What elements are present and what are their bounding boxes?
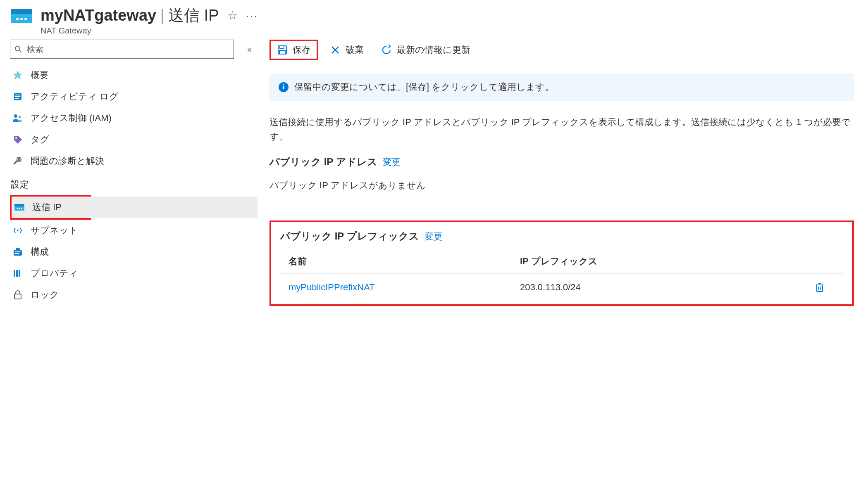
sidebar-item-overview[interactable]: 概要 [10,64,258,86]
search-icon [14,45,22,53]
svg-point-20 [21,208,22,209]
svg-point-12 [14,114,17,118]
sidebar-item-subnet[interactable]: サブネット [10,220,258,241]
refresh-button[interactable]: 最新の情報に更新 [375,41,476,59]
public-ip-prefix-section: パブリック IP プレフィックス 変更 名前 IP プレフィックス myPubl… [269,221,854,306]
public-ip-prefix-heading: パブリック IP プレフィックス [280,230,419,243]
activity-log-icon [12,91,23,102]
favorite-star-icon[interactable]: ☆ [227,9,238,22]
sidebar-item-label: ロック [31,289,59,301]
collapse-sidebar-icon[interactable]: « [247,45,249,54]
more-actions-icon[interactable]: ··· [246,9,258,22]
outbound-ip-icon [14,202,25,213]
column-prefix: IP プレフィックス [520,255,815,268]
sidebar-item-label: プロパティ [31,267,78,280]
svg-rect-11 [15,98,19,99]
svg-rect-22 [14,250,22,256]
prefix-table: 名前 IP プレフィックス myPublicIPPrefixNAT 203.0.… [280,255,843,295]
svg-rect-35 [817,285,823,292]
sidebar-item-access-control[interactable]: アクセス制御 (IAM) [10,107,258,129]
info-icon: i [279,82,289,92]
sidebar-item-label: 概要 [31,69,49,81]
no-public-ip-text: パブリック IP アドレスがありません [269,179,854,192]
column-name: 名前 [289,255,520,268]
resource-type-label: NAT Gateway [41,26,258,36]
page-title: myNATgateway | 送信 IP [41,5,219,26]
table-header: 名前 IP プレフィックス [280,255,843,274]
save-icon [277,45,288,55]
sidebar-item-label: サブネット [31,224,78,237]
svg-marker-7 [14,71,22,79]
svg-rect-25 [15,253,19,254]
svg-rect-17 [14,204,24,206]
page-header: myNATgateway | 送信 IP ☆ ··· NAT Gateway [10,5,858,36]
svg-rect-24 [15,251,21,252]
svg-point-19 [19,208,20,209]
sidebar-item-diagnose[interactable]: 問題の診断と解決 [10,150,258,172]
sidebar-item-outbound-ip[interactable]: 送信 IP [12,197,258,218]
discard-icon [330,45,341,55]
save-button[interactable]: 保存 [271,41,317,59]
sidebar-item-lock[interactable]: ロック [10,284,258,306]
svg-rect-9 [15,95,20,95]
sidebar-item-label: アクティビティ ログ [31,90,119,103]
svg-point-13 [19,116,21,118]
change-ip-prefix-link[interactable]: 変更 [424,231,443,242]
lock-icon [12,289,23,300]
delete-prefix-button[interactable] [815,282,835,292]
svg-point-5 [15,46,20,51]
main-content: 保存 破棄 最新の情報に更新 i 保留中の変更 [269,40,858,306]
table-row: myPublicIPPrefixNAT 203.0.113.0/24 [280,274,843,295]
title-separator: | [160,7,165,24]
sidebar-item-label: 構成 [31,246,49,258]
resource-name: myNATgateway [41,7,156,24]
pending-changes-banner: i 保留中の変更については、[保存] をクリックして適用します。 [269,74,854,101]
properties-icon [12,268,23,279]
sidebar-item-activity-log[interactable]: アクティビティ ログ [10,86,258,107]
sidebar-item-label: タグ [31,133,50,146]
sidebar-search[interactable] [10,40,234,59]
overview-icon [12,70,23,81]
svg-point-15 [18,158,20,161]
column-actions [815,255,835,268]
sidebar-item-properties[interactable]: プロパティ [10,263,258,284]
svg-rect-27 [16,270,18,277]
discard-button[interactable]: 破棄 [324,41,370,59]
diagnose-icon [12,156,23,166]
svg-rect-23 [16,248,20,251]
sidebar-item-tags[interactable]: タグ [10,129,258,150]
svg-rect-28 [19,270,20,277]
svg-rect-10 [15,96,20,97]
sidebar-search-input[interactable] [26,44,229,55]
tag-icon [12,134,23,145]
discard-label: 破棄 [346,44,364,56]
refresh-label: 最新の情報に更新 [397,44,470,56]
svg-rect-32 [279,50,285,54]
svg-rect-26 [14,270,15,277]
sidebar: « 概要 アクティビティ ログ アクセス制御 (IAM) [10,40,258,306]
page-description: 送信接続に使用するパブリック IP アドレスとパブリック IP プレフィックスを… [269,115,854,144]
svg-point-21 [17,230,19,231]
prefix-value: 203.0.113.0/24 [520,282,815,293]
prefix-name-link[interactable]: myPublicIPPrefixNAT [289,282,520,293]
sidebar-item-configuration[interactable]: 構成 [10,241,258,263]
change-ip-address-link[interactable]: 変更 [383,157,401,167]
svg-rect-1 [11,9,32,14]
svg-rect-31 [280,46,284,49]
page-section-title: 送信 IP [168,7,219,24]
access-control-icon [12,113,23,123]
sidebar-item-label: アクセス制御 (IAM) [31,112,112,124]
sidebar-item-label: 送信 IP [32,201,62,213]
svg-point-2 [16,18,19,20]
svg-point-3 [20,18,23,20]
svg-line-6 [19,50,21,52]
svg-point-18 [17,208,18,209]
public-ip-address-heading: パブリック IP アドレス [269,155,377,168]
sidebar-item-label: 問題の診断と解決 [31,155,104,167]
svg-point-4 [24,18,27,20]
banner-text: 保留中の変更については、[保存] をクリックして適用します。 [294,81,554,93]
svg-rect-29 [14,294,21,299]
subnet-icon [12,225,23,236]
refresh-icon [381,45,392,55]
svg-point-14 [15,137,17,139]
